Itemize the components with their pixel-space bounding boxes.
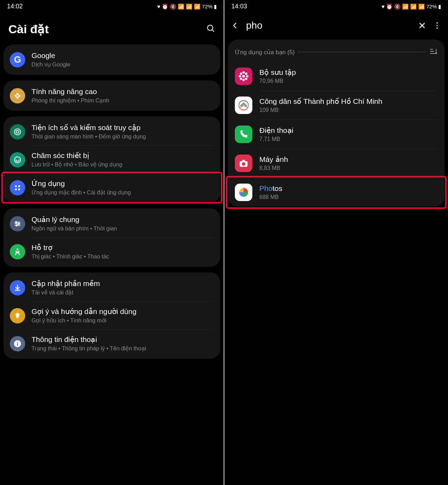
svg-point-38 (240, 72, 242, 75)
settings-header: Cài đặt (0, 12, 224, 44)
app-text: Bộ sưu tập 70,96 MB (259, 68, 438, 84)
svg-point-34 (243, 71, 245, 74)
care-icon (10, 152, 25, 167)
app-row-phone[interactable]: Điện thoại 7,71 MB (228, 120, 444, 149)
more-button[interactable] (433, 22, 441, 29)
settings-row-google[interactable]: G Google Dịch vụ Google (4, 46, 220, 73)
app-row-gallery[interactable]: Bộ sưu tập 70,96 MB (228, 62, 444, 91)
row-text: Tính năng nâng cao Phòng thí nghiệm • Ph… (31, 87, 214, 104)
app-size: 688 MB (259, 194, 438, 200)
row-text: Quản lý chung Ngôn ngữ và bàn phím • Thờ… (31, 215, 214, 232)
svg-point-45 (242, 162, 245, 166)
tips-icon (10, 308, 25, 323)
svg-point-2 (16, 93, 19, 95)
access-icon (10, 244, 25, 259)
app-title: Công dân số Thành phố Hồ Chí Minh (259, 97, 438, 106)
settings-group: G Google Dịch vụ Google (4, 44, 220, 75)
svg-point-35 (243, 79, 245, 81)
svg-point-37 (246, 75, 248, 78)
clear-search-button[interactable] (418, 21, 426, 30)
app-size: 70,96 MB (259, 78, 438, 84)
svg-line-1 (212, 30, 214, 31)
svg-point-17 (16, 221, 17, 223)
row-title: Hỗ trợ (31, 243, 214, 252)
row-text: Tiện ích số và kiểm soát truy cập Thời g… (31, 123, 214, 140)
row-subtitle: Gợi ý hữu ích • Tính năng mới (31, 317, 214, 324)
digital-icon (10, 124, 25, 140)
status-time: 14:03 (231, 3, 247, 10)
app-text: Điện thoại 7,71 MB (259, 126, 438, 142)
row-subtitle: Thời gian sáng màn hình • Đếm giờ ứng dụ… (31, 133, 214, 140)
settings-row-general[interactable]: Quản lý chung Ngôn ngữ và bàn phím • Thờ… (4, 210, 220, 237)
svg-point-5 (18, 95, 20, 97)
status-bar: 14:02 ♥⏰🔇📶📶📶 72%▮ (0, 0, 224, 12)
settings-group: Quản lý chung Ngôn ngữ và bàn phím • Thờ… (4, 208, 220, 267)
svg-point-10 (15, 185, 17, 187)
row-text: Hỗ trợ Thị giác • Thính giác • Thao tác (31, 243, 214, 260)
app-text: Photos 688 MB (259, 184, 438, 200)
app-size: 109 MB (259, 107, 438, 113)
row-text: Cập nhật phần mềm Tải về và cài đặt (31, 279, 214, 296)
section-header: Ứng dụng của bạn (5) (228, 44, 444, 62)
status-icons: ♥⏰🔇📶📶📶 72%▮ (382, 3, 441, 10)
settings-row-apps[interactable]: Ứng dụng Ứng dụng mặc định • Cài đặt ứng… (4, 174, 220, 201)
phone-right: 14:03 ♥⏰🔇📶📶📶 72%▮ pho Ứng dụng của bạ (224, 0, 448, 485)
svg-point-40 (240, 78, 242, 80)
status-time: 14:02 (7, 3, 23, 10)
sort-icon (429, 47, 438, 56)
app-row-photos[interactable]: Photos 688 MB (228, 178, 444, 207)
status-bar: 14:03 ♥⏰🔇📶📶📶 72%▮ (224, 0, 448, 12)
row-title: Gợi ý và hướng dẫn người dùng (31, 307, 214, 316)
sort-button[interactable] (429, 47, 438, 57)
row-subtitle: Dịch vụ Google (31, 61, 214, 68)
svg-point-6 (17, 95, 19, 97)
row-subtitle: Thị giác • Thính giác • Thao tác (31, 253, 214, 260)
match-highlight: Pho (259, 184, 272, 192)
settings-row-digital[interactable]: Tiện ích số và kiểm soát truy cập Thời g… (4, 118, 220, 145)
app-title: Bộ sưu tập (259, 68, 438, 77)
google-icon: G (10, 52, 25, 67)
camera-app-icon (235, 155, 252, 172)
hcm-app-icon (235, 97, 252, 114)
row-subtitle: Tải về và cài đặt (31, 289, 214, 296)
app-size: 7,71 MB (259, 136, 438, 142)
svg-point-29 (436, 28, 438, 29)
settings-row-tips[interactable]: Gợi ý và hướng dẫn người dùng Gợi ý hữu … (4, 302, 220, 329)
search-button[interactable] (206, 24, 215, 34)
svg-point-0 (208, 25, 213, 30)
row-subtitle: Ngôn ngữ và bàn phím • Thời gian (31, 225, 214, 232)
info-icon (10, 336, 25, 351)
settings-row-access[interactable]: Hỗ trợ Thị giác • Thính giác • Thao tác (4, 238, 220, 265)
svg-point-18 (18, 223, 20, 224)
back-button[interactable] (231, 22, 239, 29)
row-text: Chăm sóc thiết bị Lưu trữ • Bộ nhớ • Bảo… (31, 151, 214, 168)
svg-point-3 (16, 97, 19, 99)
row-title: Google (31, 51, 214, 60)
settings-row-update[interactable]: Cập nhật phần mềm Tải về và cài đặt (4, 274, 220, 301)
svg-point-28 (436, 25, 438, 26)
general-icon (10, 216, 25, 231)
app-text: Công dân số Thành phố Hồ Chí Minh 109 MB (259, 97, 438, 113)
search-input[interactable]: pho (246, 20, 411, 31)
svg-rect-46 (242, 160, 245, 162)
svg-point-19 (16, 224, 18, 226)
section-label: Ứng dụng của bạn (5) (235, 49, 295, 56)
search-results[interactable]: Ứng dụng của bạn (5) Bộ sưu tập 70,96 MB… (224, 40, 448, 485)
app-row-camera[interactable]: Máy ảnh 8,83 MB (228, 149, 444, 178)
row-title: Tính năng nâng cao (31, 87, 214, 96)
svg-point-8 (16, 130, 19, 133)
settings-row-info[interactable]: Thông tin điện thoại Trạng thái • Thông … (4, 330, 220, 357)
settings-group: Tính năng nâng cao Phòng thí nghiệm • Ph… (4, 80, 220, 111)
update-icon (10, 280, 25, 295)
settings-row-care[interactable]: Chăm sóc thiết bị Lưu trữ • Bộ nhớ • Bảo… (4, 146, 220, 173)
row-title: Chăm sóc thiết bị (31, 151, 214, 160)
settings-group: Tiện ích số và kiểm soát truy cập Thời g… (4, 116, 220, 203)
search-header: pho (224, 12, 448, 40)
app-row-hcm[interactable]: Công dân số Thành phố Hồ Chí Minh 109 MB (228, 91, 444, 120)
row-text: Gợi ý và hướng dẫn người dùng Gợi ý hữu … (31, 307, 214, 324)
chevron-left-icon (231, 22, 239, 29)
row-text: Thông tin điện thoại Trạng thái • Thông … (31, 335, 214, 352)
svg-point-20 (17, 248, 19, 250)
settings-list[interactable]: G Google Dịch vụ Google Tính năng nâng c… (0, 44, 224, 485)
settings-row-flower[interactable]: Tính năng nâng cao Phòng thí nghiệm • Ph… (4, 82, 220, 109)
